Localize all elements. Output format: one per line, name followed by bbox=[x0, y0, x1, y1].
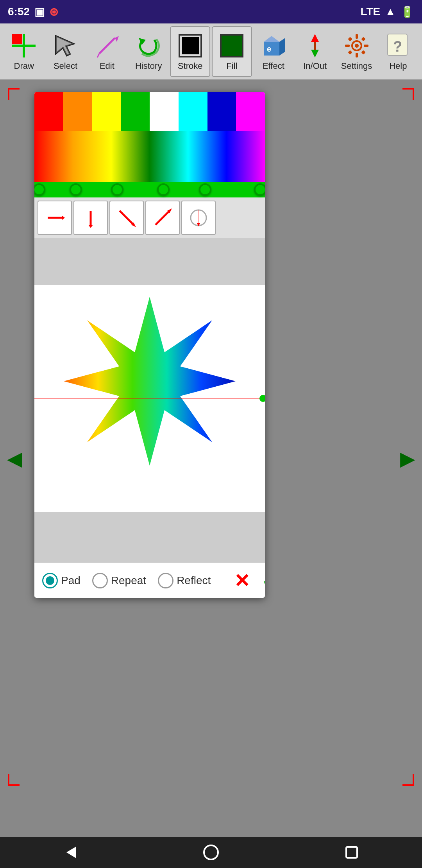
dir-diagonal-up[interactable] bbox=[145, 201, 180, 235]
swatch-blue[interactable] bbox=[207, 92, 236, 131]
gradient-endpoint[interactable] bbox=[259, 395, 265, 402]
star-preview bbox=[34, 285, 265, 512]
svg-marker-4 bbox=[115, 36, 119, 42]
svg-rect-44 bbox=[346, 847, 357, 858]
svg-marker-14 bbox=[311, 34, 319, 42]
svg-marker-31 bbox=[62, 215, 65, 220]
svg-rect-21 bbox=[356, 53, 358, 57]
sel-handle-tr bbox=[402, 88, 414, 100]
svg-rect-10 bbox=[264, 42, 279, 56]
cancel-button[interactable]: ✕ bbox=[234, 570, 250, 592]
repeat-radio-group[interactable]: Repeat bbox=[92, 573, 146, 588]
nav-back[interactable] bbox=[55, 841, 86, 864]
confirm-button[interactable]: ✓ bbox=[261, 570, 265, 592]
sel-arrow-right: ▶ bbox=[400, 447, 415, 470]
draw-label: Draw bbox=[14, 61, 34, 71]
stroke-label: Stroke bbox=[178, 61, 203, 71]
lte-label: LTE bbox=[360, 5, 380, 18]
history-label: History bbox=[135, 61, 162, 71]
slider-knob-3[interactable] bbox=[157, 183, 170, 196]
color-swatches-row bbox=[34, 92, 265, 131]
nav-home[interactable] bbox=[195, 841, 227, 864]
svg-rect-22 bbox=[345, 45, 350, 47]
sim-icon: ▣ bbox=[34, 5, 45, 18]
repeat-label: Repeat bbox=[111, 574, 146, 587]
history-icon bbox=[135, 32, 162, 59]
footer-controls: Pad Repeat Reflect ✕ ✓ bbox=[34, 563, 265, 598]
svg-line-34 bbox=[120, 211, 134, 225]
nav-recent[interactable] bbox=[336, 841, 367, 864]
inout-label: In/Out bbox=[303, 61, 327, 71]
edit-label: Edit bbox=[100, 61, 114, 71]
reflect-radio-group[interactable]: Reflect bbox=[158, 573, 211, 588]
gradient-dialog: Pad Repeat Reflect ✕ ✓ bbox=[34, 92, 265, 598]
pad-radio-group[interactable]: Pad bbox=[42, 573, 80, 588]
toolbar-select[interactable]: Select bbox=[45, 26, 85, 77]
svg-rect-9 bbox=[221, 35, 243, 57]
toolbar: Draw Select Edit bbox=[0, 23, 422, 80]
swatch-orange[interactable] bbox=[63, 92, 92, 131]
draw-icon bbox=[10, 32, 38, 59]
svg-marker-11 bbox=[264, 36, 279, 42]
dir-diagonal-down[interactable] bbox=[109, 201, 144, 235]
swatch-cyan[interactable] bbox=[179, 92, 207, 131]
effect-label: Effect bbox=[263, 61, 284, 71]
swatch-magenta[interactable] bbox=[236, 92, 265, 131]
dir-horizontal[interactable] bbox=[38, 201, 72, 235]
slider-knob-0[interactable] bbox=[34, 183, 45, 196]
toolbar-effect[interactable]: e Effect bbox=[254, 26, 293, 77]
toolbar-help[interactable]: ? Help bbox=[378, 26, 418, 77]
slider-knob-5[interactable] bbox=[254, 183, 265, 196]
help-icon: ? bbox=[384, 32, 412, 59]
select-icon bbox=[52, 32, 79, 59]
toolbar-draw[interactable]: Draw bbox=[4, 26, 44, 77]
dir-radial[interactable] bbox=[181, 201, 216, 235]
swatch-yellow[interactable] bbox=[92, 92, 121, 131]
pad-radio[interactable] bbox=[42, 573, 58, 588]
swatch-white[interactable] bbox=[150, 92, 179, 131]
toolbar-inout[interactable]: In/Out bbox=[295, 26, 335, 77]
svg-line-36 bbox=[156, 211, 170, 225]
repeat-radio[interactable] bbox=[92, 573, 108, 588]
svg-rect-23 bbox=[364, 45, 368, 47]
select-label: Select bbox=[54, 61, 77, 71]
svg-rect-20 bbox=[356, 34, 358, 39]
gradient-spectrum[interactable] bbox=[34, 131, 265, 182]
slider-knob-1[interactable] bbox=[70, 183, 82, 196]
svg-rect-8 bbox=[182, 37, 199, 54]
svg-line-3 bbox=[99, 38, 115, 54]
slider-knob-2[interactable] bbox=[111, 183, 123, 196]
svg-point-19 bbox=[355, 44, 359, 48]
toolbar-settings[interactable]: Settings bbox=[336, 26, 376, 77]
svg-marker-12 bbox=[279, 38, 285, 56]
reflect-radio[interactable] bbox=[158, 573, 173, 588]
canvas-area: ◀ ▶ bbox=[0, 80, 422, 837]
svg-marker-42 bbox=[66, 846, 76, 858]
fill-icon bbox=[218, 32, 245, 59]
gradient-slider-track[interactable] bbox=[34, 182, 265, 197]
sel-handle-br bbox=[402, 774, 414, 786]
reflect-label: Reflect bbox=[177, 574, 211, 587]
swatch-red[interactable] bbox=[34, 92, 63, 131]
svg-text:?: ? bbox=[393, 38, 402, 55]
time-display: 6:52 bbox=[8, 5, 30, 18]
recording-icon: ⊛ bbox=[49, 5, 58, 18]
toolbar-edit[interactable]: Edit bbox=[87, 26, 127, 77]
edit-icon bbox=[93, 32, 121, 59]
toolbar-stroke[interactable]: Stroke bbox=[170, 26, 210, 77]
gradient-line bbox=[34, 398, 265, 399]
svg-marker-16 bbox=[311, 50, 319, 57]
svg-line-5 bbox=[97, 54, 99, 57]
preview-bottom-padding bbox=[34, 512, 265, 563]
toolbar-history[interactable]: History bbox=[129, 26, 168, 77]
svg-rect-26 bbox=[348, 50, 352, 54]
slider-knob-4[interactable] bbox=[199, 183, 211, 196]
toolbar-fill[interactable]: Fill bbox=[212, 26, 252, 77]
sel-handle-tl bbox=[8, 88, 20, 100]
dir-vertical[interactable] bbox=[73, 201, 108, 235]
battery-icon: 🔋 bbox=[401, 5, 414, 18]
swatch-green[interactable] bbox=[121, 92, 150, 131]
direction-buttons bbox=[34, 197, 265, 238]
fill-label: Fill bbox=[226, 61, 237, 71]
svg-text:e: e bbox=[267, 45, 271, 53]
